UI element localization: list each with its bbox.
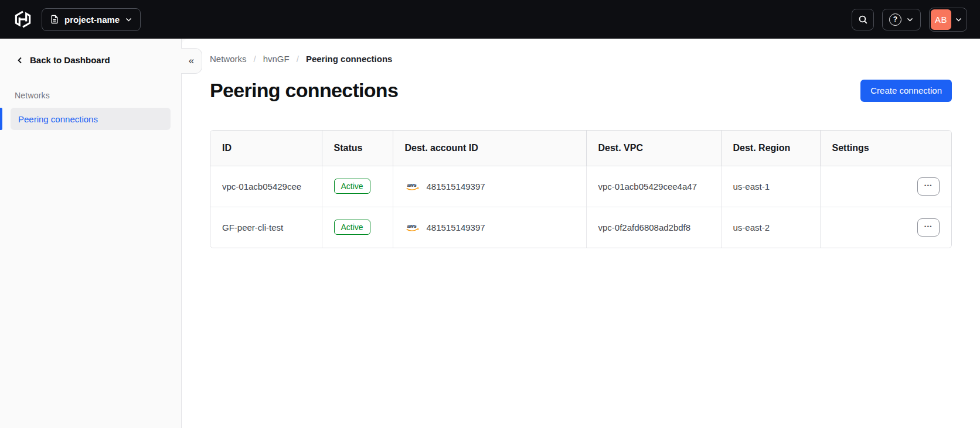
peering-connections-table: ID Status Dest. account ID Dest. VPC Des… [210,130,952,248]
cell-id: GF-peer-cli-test [210,207,322,248]
cell-region: us-east-2 [721,207,820,248]
hashicorp-logo[interactable] [14,11,32,28]
account-id-value: 481515149397 [427,182,485,191]
help-menu-button[interactable]: ? [882,9,921,30]
column-header-vpc: Dest. VPC [586,131,721,166]
main-content: Networks / hvnGF / Peering connections P… [182,39,980,428]
cell-status: Active [322,207,393,248]
column-header-region: Dest. Region [721,131,820,166]
breadcrumb-hvn[interactable]: hvnGF [263,54,290,64]
breadcrumb: Networks / hvnGF / Peering connections [210,54,952,64]
breadcrumb-networks[interactable]: Networks [210,54,247,64]
chevron-down-icon [955,16,962,23]
cell-status: Active [322,166,393,207]
chevron-down-icon [906,16,914,23]
account-id-value: 481515149397 [427,222,485,232]
sidebar-item-label: Peering connections [18,114,98,124]
ellipsis-icon: ••• [924,224,933,230]
sidebar: Back to Dashboard Networks Peering conne… [0,39,182,428]
active-indicator-bar [0,108,2,130]
project-selector-label: project-name [64,15,120,25]
collapse-icon: « [189,55,194,67]
aws-icon: aws [405,182,421,191]
project-selector[interactable]: project-name [42,8,141,31]
column-header-status: Status [322,131,393,166]
column-header-settings: Settings [820,131,951,166]
document-icon [50,15,59,24]
user-menu-button[interactable]: AB [929,8,967,32]
table-row: GF-peer-cli-test Active aws [210,207,951,248]
cell-id: vpc-01acb05429cee [210,166,322,207]
create-connection-button[interactable]: Create connection [860,80,952,102]
top-nav: project-name ? AB [0,0,980,39]
chevron-down-icon [125,16,132,23]
cell-account: aws 481515149397 [393,166,586,207]
breadcrumb-current: Peering connections [306,54,393,64]
column-header-account: Dest. account ID [393,131,586,166]
cell-vpc: vpc-01acb05429cee4a47 [586,166,721,207]
breadcrumb-separator: / [297,54,299,64]
hashicorp-logo-icon [14,11,32,28]
status-badge: Active [334,179,370,194]
cell-settings: ••• [820,207,951,248]
chevron-left-icon [15,56,25,65]
avatar: AB [931,9,951,30]
breadcrumb-separator: / [254,54,256,64]
cell-vpc: vpc-0f2afd6808ad2bdf8 [586,207,721,248]
page-title: Peering connections [210,79,398,102]
search-button[interactable] [852,9,874,30]
column-header-id: ID [210,131,322,166]
back-to-dashboard-label: Back to Dashboard [30,55,110,65]
sidebar-section-networks: Networks [15,91,171,100]
table-header-row: ID Status Dest. account ID Dest. VPC Des… [210,131,951,166]
cell-region: us-east-1 [721,166,820,207]
sidebar-collapse-button[interactable]: « [181,48,202,74]
row-settings-menu-button[interactable]: ••• [917,177,940,196]
ellipsis-icon: ••• [924,183,933,189]
row-settings-menu-button[interactable]: ••• [917,218,940,237]
help-icon: ? [889,13,901,26]
cell-settings: ••• [820,166,951,207]
svg-text:aws: aws [407,223,416,229]
search-icon [858,15,868,25]
cell-account: aws 481515149397 [393,207,586,248]
back-to-dashboard-link[interactable]: Back to Dashboard [12,53,114,67]
table-row: vpc-01acb05429cee Active aws [210,166,951,207]
aws-icon: aws [405,222,421,232]
status-badge: Active [334,220,370,235]
sidebar-item-peering-connections[interactable]: Peering connections [11,108,171,130]
svg-text:aws: aws [407,182,416,187]
